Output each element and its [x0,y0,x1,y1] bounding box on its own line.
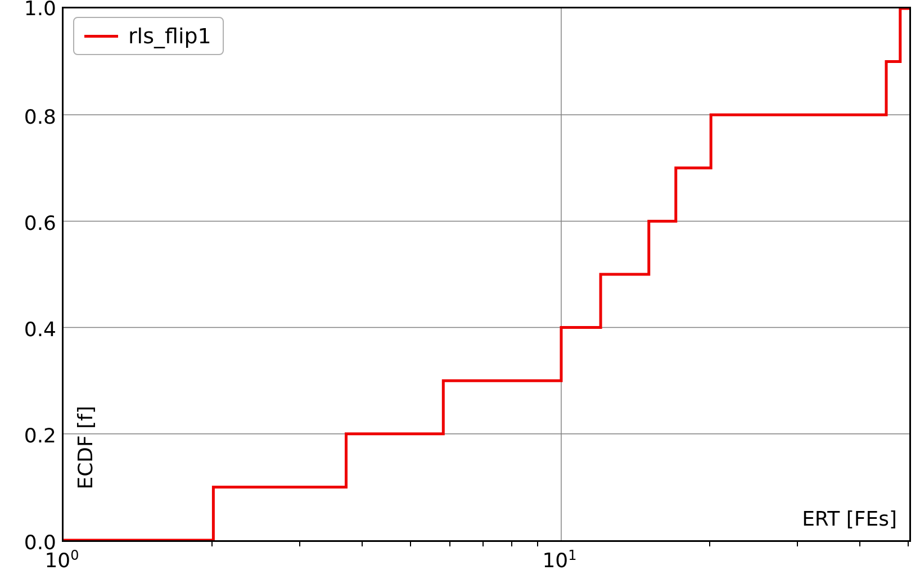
x-tick-1: 100 [44,548,79,572]
legend: rls_flip1 [73,17,224,55]
legend-swatch-rls-flip1 [84,35,118,38]
minor-tick-50 [908,542,909,546]
x-tick-10: 101 [542,548,576,572]
y-tick-0-4: 0.4 [6,318,56,341]
series-rls-flip1 [64,8,909,540]
y-tick-1-0: 1.0 [6,0,56,20]
minor-tick-3 [299,542,300,546]
minor-tick-30 [797,542,798,546]
y-tick-0-6: 0.6 [6,211,56,234]
y-tick-0-2: 0.2 [6,424,56,447]
minor-tick-40 [859,542,860,546]
minor-tick-6 [449,542,450,546]
minor-tick-7 [482,542,484,546]
minor-tick-8 [511,542,512,546]
plot-svg [64,8,909,540]
minor-tick-5 [410,542,411,546]
x-axis-label: ERT [FEs] [802,507,897,530]
legend-label-rls-flip1: rls_flip1 [128,24,211,48]
ecdf-chart: ECDF [f] ERT [FEs] rls_flip1 0.0 0.2 0.4… [0,0,920,588]
minor-tick-9 [537,542,538,546]
y-tick-0-8: 0.8 [6,105,56,128]
minor-tick-20 [709,542,710,546]
minor-tick-4 [362,542,363,546]
minor-tick-2 [211,542,213,546]
plot-area: ECDF [f] ERT [FEs] [62,7,911,542]
y-axis-label: ECDF [f] [74,406,97,490]
